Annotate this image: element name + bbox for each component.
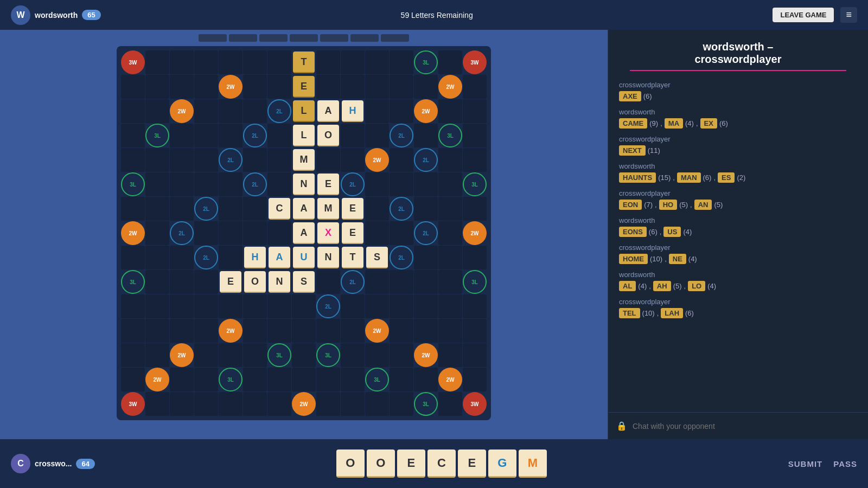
board-cell[interactable]: S <box>365 246 389 269</box>
empty-cell[interactable] <box>390 50 413 74</box>
empty-cell[interactable] <box>121 246 145 269</box>
empty-cell[interactable] <box>194 392 218 416</box>
empty-cell[interactable] <box>267 148 291 172</box>
empty-cell[interactable] <box>243 197 267 221</box>
empty-cell[interactable] <box>145 197 169 221</box>
board-cell[interactable]: M <box>292 148 316 172</box>
empty-cell[interactable] <box>121 75 145 99</box>
empty-cell[interactable] <box>243 75 267 99</box>
empty-cell[interactable] <box>390 148 413 172</box>
empty-cell[interactable] <box>194 99 218 123</box>
empty-cell[interactable] <box>145 172 169 196</box>
rack-tile[interactable]: E <box>458 450 486 478</box>
empty-cell[interactable] <box>145 246 169 269</box>
board-cell[interactable]: T <box>292 50 316 74</box>
empty-cell[interactable] <box>194 368 218 391</box>
empty-cell[interactable] <box>145 343 169 367</box>
empty-cell[interactable] <box>316 75 340 99</box>
empty-cell[interactable] <box>170 368 194 391</box>
empty-cell[interactable] <box>243 50 267 74</box>
empty-cell[interactable] <box>390 319 413 343</box>
empty-cell[interactable] <box>267 368 291 391</box>
empty-cell[interactable] <box>438 270 462 294</box>
empty-cell[interactable] <box>219 124 242 147</box>
empty-cell[interactable] <box>341 294 365 318</box>
empty-cell[interactable] <box>121 319 145 343</box>
submit-button[interactable]: SUBMIT <box>788 459 823 468</box>
placed-tile[interactable]: M <box>317 198 339 220</box>
empty-cell[interactable] <box>219 99 242 123</box>
rack-tile[interactable]: G <box>488 450 516 478</box>
empty-cell[interactable] <box>438 50 462 74</box>
empty-cell[interactable] <box>267 319 291 343</box>
empty-cell[interactable] <box>267 75 291 99</box>
empty-cell[interactable] <box>365 124 389 147</box>
empty-cell[interactable] <box>463 343 487 367</box>
empty-cell[interactable] <box>365 50 389 74</box>
empty-cell[interactable] <box>414 368 438 391</box>
empty-cell[interactable] <box>414 270 438 294</box>
board-cell[interactable]: L <box>292 124 316 147</box>
board-cell[interactable]: X <box>316 221 340 245</box>
placed-tile[interactable]: T <box>293 52 315 73</box>
empty-cell[interactable] <box>341 50 365 74</box>
empty-cell[interactable] <box>390 75 413 99</box>
empty-cell[interactable] <box>365 99 389 123</box>
empty-cell[interactable] <box>219 172 242 196</box>
empty-cell[interactable] <box>121 99 145 123</box>
placed-tile[interactable]: O <box>317 125 339 146</box>
empty-cell[interactable] <box>194 294 218 318</box>
empty-cell[interactable] <box>243 99 267 123</box>
empty-cell[interactable] <box>121 148 145 172</box>
board-cell[interactable]: O <box>243 270 267 294</box>
empty-cell[interactable] <box>341 368 365 391</box>
empty-cell[interactable] <box>341 75 365 99</box>
placed-tile[interactable]: A <box>269 247 290 268</box>
empty-cell[interactable] <box>267 221 291 245</box>
empty-cell[interactable] <box>267 172 291 196</box>
placed-tile[interactable]: L <box>293 100 315 122</box>
empty-cell[interactable] <box>194 270 218 294</box>
empty-cell[interactable] <box>170 50 194 74</box>
empty-cell[interactable] <box>243 319 267 343</box>
empty-cell[interactable] <box>390 294 413 318</box>
empty-cell[interactable] <box>267 294 291 318</box>
empty-cell[interactable] <box>341 343 365 367</box>
menu-button[interactable]: ≡ <box>840 7 857 23</box>
empty-cell[interactable] <box>121 197 145 221</box>
empty-cell[interactable] <box>121 294 145 318</box>
placed-tile[interactable]: E <box>293 76 315 98</box>
chat-input[interactable] <box>633 422 860 431</box>
empty-cell[interactable] <box>170 270 194 294</box>
empty-cell[interactable] <box>341 124 365 147</box>
empty-cell[interactable] <box>316 319 340 343</box>
empty-cell[interactable] <box>365 343 389 367</box>
empty-cell[interactable] <box>414 124 438 147</box>
placed-tile[interactable]: S <box>293 271 315 293</box>
empty-cell[interactable] <box>219 294 242 318</box>
board-cell[interactable]: C <box>267 197 291 221</box>
rack-tile[interactable]: M <box>519 450 547 478</box>
empty-cell[interactable] <box>145 99 169 123</box>
placed-tile[interactable]: O <box>244 271 266 293</box>
empty-cell[interactable] <box>267 124 291 147</box>
empty-cell[interactable] <box>414 172 438 196</box>
board-cell[interactable]: H <box>243 246 267 269</box>
empty-cell[interactable] <box>170 197 194 221</box>
board-cell[interactable]: H <box>341 99 365 123</box>
empty-cell[interactable] <box>145 148 169 172</box>
empty-cell[interactable] <box>292 319 316 343</box>
empty-cell[interactable] <box>390 221 413 245</box>
empty-cell[interactable] <box>438 246 462 269</box>
empty-cell[interactable] <box>267 392 291 416</box>
placed-tile[interactable]: H <box>342 100 363 122</box>
empty-cell[interactable] <box>243 294 267 318</box>
empty-cell[interactable] <box>390 99 413 123</box>
empty-cell[interactable] <box>194 172 218 196</box>
placed-tile[interactable]: T <box>342 247 363 268</box>
empty-cell[interactable] <box>145 50 169 74</box>
empty-cell[interactable] <box>194 148 218 172</box>
board-cell[interactable]: A <box>316 99 340 123</box>
empty-cell[interactable] <box>316 50 340 74</box>
empty-cell[interactable] <box>463 124 487 147</box>
